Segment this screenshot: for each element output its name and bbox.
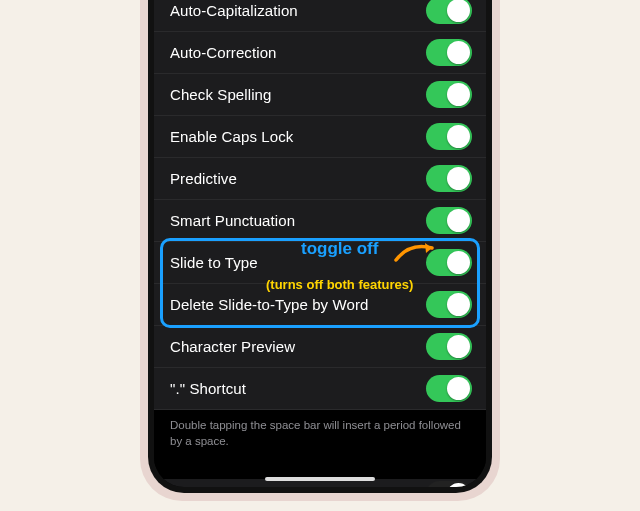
toggle-delete-slide-to-type-by-word[interactable]: [426, 291, 472, 318]
toggle-slide-to-type[interactable]: [426, 249, 472, 276]
row-auto-capitalization[interactable]: Auto-Capitalization: [154, 0, 486, 32]
toggle-enable-caps-lock[interactable]: [426, 123, 472, 150]
settings-list: Auto-Capitalization Auto-Correction Chec…: [154, 0, 486, 487]
row-label: Auto-Capitalization: [170, 2, 298, 19]
row-slide-to-type[interactable]: Slide to Type: [154, 242, 486, 284]
row-period-shortcut[interactable]: "." Shortcut: [154, 368, 486, 410]
toggle-smart-punctuation[interactable]: [426, 207, 472, 234]
toggle-predictive[interactable]: [426, 165, 472, 192]
row-delete-slide-to-type-by-word[interactable]: Delete Slide-to-Type by Word: [154, 284, 486, 326]
toggle-check-spelling[interactable]: [426, 81, 472, 108]
section-footer: Double tapping the space bar will insert…: [154, 410, 486, 467]
toggle-character-preview[interactable]: [426, 333, 472, 360]
row-character-preview[interactable]: Character Preview: [154, 326, 486, 368]
row-label: Delete Slide-to-Type by Word: [170, 296, 368, 313]
row-label: "." Shortcut: [170, 380, 246, 397]
row-smart-punctuation[interactable]: Smart Punctuation: [154, 200, 486, 242]
toggle-auto-capitalization[interactable]: [426, 0, 472, 24]
row-label: Check Spelling: [170, 86, 271, 103]
row-label: Auto-Correction: [170, 44, 277, 61]
phone-screen: Auto-Capitalization Auto-Correction Chec…: [154, 0, 486, 487]
row-label: Smart Punctuation: [170, 212, 295, 229]
row-label: Predictive: [170, 170, 237, 187]
row-predictive[interactable]: Predictive: [154, 158, 486, 200]
row-label: Character Preview: [170, 338, 295, 355]
phone-frame: Auto-Capitalization Auto-Correction Chec…: [140, 0, 500, 501]
row-auto-correction[interactable]: Auto-Correction: [154, 32, 486, 74]
toggle-period-shortcut[interactable]: [426, 375, 472, 402]
footnote-text: Double tapping the space bar will insert…: [170, 418, 470, 449]
row-enable-caps-lock[interactable]: Enable Caps Lock: [154, 116, 486, 158]
row-label: Slide to Type: [170, 254, 258, 271]
home-indicator: [265, 477, 375, 481]
toggle-auto-correction[interactable]: [426, 39, 472, 66]
row-check-spelling[interactable]: Check Spelling: [154, 74, 486, 116]
row-label: Enable Caps Lock: [170, 128, 293, 145]
